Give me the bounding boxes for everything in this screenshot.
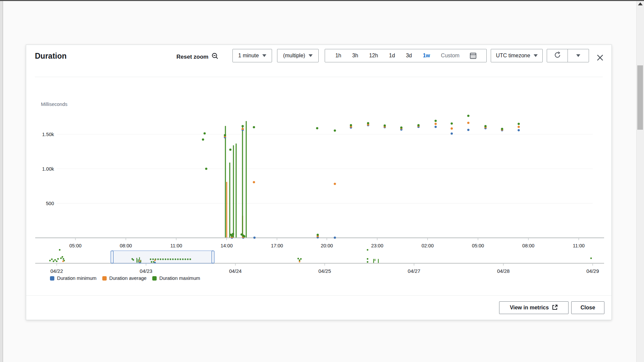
- navigator-date-label: 04/29: [586, 268, 599, 274]
- scroll-up-arrow-icon[interactable]: [638, 2, 643, 5]
- navigator-date-label: 04/27: [408, 268, 421, 274]
- window-top-edge: [0, 0, 644, 1]
- x-tick-label: 08:00: [120, 243, 132, 248]
- range-1w[interactable]: 1w: [422, 53, 431, 59]
- zoom-out-icon: [211, 52, 219, 61]
- navigator-date-label: 04/25: [318, 268, 331, 274]
- range-3h[interactable]: 3h: [352, 53, 359, 59]
- x-tick-label: 14:00: [220, 243, 232, 248]
- points-duration-minimum: [224, 124, 520, 239]
- page-title: Duration: [35, 52, 67, 61]
- refresh-options-button[interactable]: [568, 49, 589, 62]
- window-left-edge: [0, 1, 3, 362]
- x-tick-label: 02:00: [422, 243, 434, 248]
- navigator-date-label: 04/22: [50, 268, 63, 274]
- points-duration-maximum: [202, 115, 520, 237]
- duration-chart-svg[interactable]: 5001.00k1.50kMilliseconds05:0008:0011:00…: [26, 78, 611, 300]
- x-tick-label: 20:00: [321, 243, 333, 248]
- navigator-handle-right[interactable]: [212, 251, 214, 263]
- chevron-down-icon: [262, 54, 266, 57]
- scrollbar-thumb[interactable]: [637, 65, 643, 130]
- range-12h[interactable]: 12h: [368, 53, 379, 59]
- page-scrollbar[interactable]: [636, 1, 644, 362]
- period-dropdown-value: 1 minute: [238, 53, 259, 59]
- timezone-dropdown-value: UTC timezone: [496, 53, 530, 59]
- chart-area[interactable]: 5001.00k1.50kMilliseconds05:0008:0011:00…: [26, 78, 611, 300]
- reset-zoom-label: Reset zoom: [176, 54, 208, 60]
- y-axis-title: Milliseconds: [41, 102, 67, 107]
- external-link-icon: [552, 304, 558, 311]
- header-divider: [35, 77, 603, 77]
- reset-zoom-button[interactable]: Reset zoom: [176, 52, 219, 61]
- y-tick-label: 1.00k: [42, 166, 54, 172]
- x-tick-label: 11:00: [573, 243, 585, 248]
- range-1d[interactable]: 1d: [388, 53, 396, 59]
- close-icon[interactable]: [595, 53, 605, 62]
- legend-duration-maximum[interactable]: Duration maximum: [152, 276, 200, 281]
- points-duration-average: [224, 122, 520, 238]
- time-range-group: 1h 3h 12h 1d 3d 1w Custom: [325, 49, 487, 62]
- legend-swatch-maximum: [152, 276, 157, 281]
- y-tick-label: 1.50k: [42, 132, 54, 137]
- x-tick-label: 05:00: [472, 243, 484, 248]
- series-duration-maximum: [225, 121, 246, 237]
- legend-label: Duration maximum: [159, 276, 200, 281]
- refresh-button[interactable]: [547, 49, 568, 62]
- chart-legend: Duration minimum Duration average Durati…: [50, 276, 200, 281]
- navigator-handle-left[interactable]: [111, 251, 113, 263]
- close-button[interactable]: Close: [571, 301, 604, 314]
- calendar-icon[interactable]: [470, 52, 477, 59]
- range-custom[interactable]: Custom: [440, 53, 460, 59]
- navigator-selection[interactable]: [112, 251, 213, 263]
- navigator-date-label: 04/24: [229, 268, 242, 274]
- series-duration-average: [227, 182, 243, 238]
- close-button-label: Close: [581, 305, 595, 311]
- legend-label: Duration average: [109, 276, 147, 281]
- x-tick-label: 08:00: [522, 243, 534, 248]
- legend-swatch-average: [102, 276, 107, 281]
- chevron-down-icon: [576, 54, 580, 57]
- duration-metric-modal: Duration Reset zoom 1 minute (multiple) …: [26, 45, 612, 320]
- navigator-date-label: 04/28: [497, 268, 510, 274]
- range-1h[interactable]: 1h: [335, 53, 342, 59]
- x-tick-label: 11:00: [170, 243, 182, 248]
- chevron-down-icon: [534, 54, 538, 57]
- chevron-down-icon: [309, 54, 313, 57]
- legend-duration-minimum[interactable]: Duration minimum: [50, 276, 97, 281]
- x-tick-label: 05:00: [69, 243, 82, 248]
- statistic-dropdown-value: (multiple): [283, 53, 305, 59]
- footer-divider: [26, 295, 611, 296]
- statistic-dropdown[interactable]: (multiple): [277, 49, 319, 62]
- timezone-dropdown[interactable]: UTC timezone: [491, 49, 543, 62]
- period-dropdown[interactable]: 1 minute: [232, 49, 272, 62]
- x-tick-label: 23:00: [371, 243, 383, 248]
- legend-label: Duration minimum: [57, 276, 97, 281]
- range-3d[interactable]: 3d: [405, 53, 413, 59]
- view-in-metrics-label: View in metrics: [510, 305, 549, 311]
- refresh-icon: [554, 51, 561, 60]
- legend-swatch-minimum: [50, 276, 54, 281]
- y-tick-label: 500: [46, 201, 54, 206]
- x-tick-label: 17:00: [271, 243, 283, 248]
- navigator-date-label: 04/23: [140, 268, 153, 274]
- legend-duration-average[interactable]: Duration average: [102, 276, 147, 281]
- view-in-metrics-button[interactable]: View in metrics: [499, 301, 569, 314]
